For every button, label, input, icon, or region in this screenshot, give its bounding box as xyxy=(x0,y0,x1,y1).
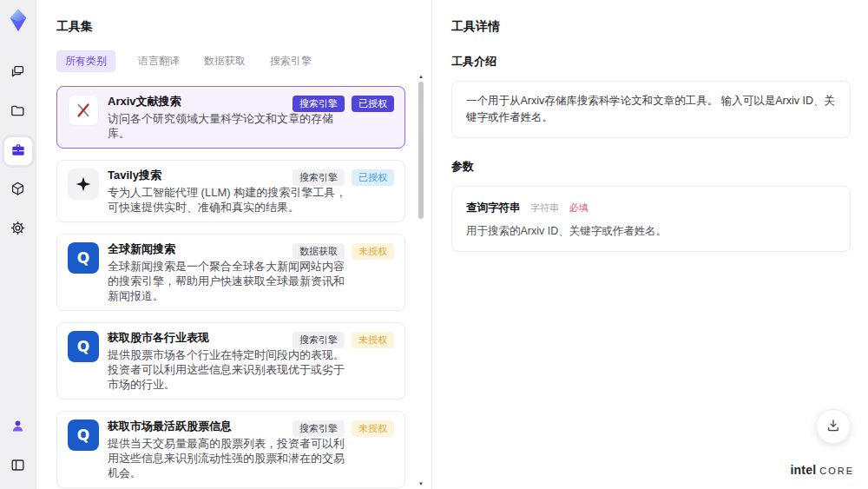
q-logo-icon: Q xyxy=(68,420,99,451)
page-title: 工具集 xyxy=(56,19,405,35)
sidebar-item-collapse[interactable] xyxy=(4,453,32,480)
category-badge: 搜索引擎 xyxy=(293,332,345,348)
q-logo-icon: Q xyxy=(68,331,99,362)
download-icon xyxy=(825,418,841,436)
tool-description: 提供当天交易量最高的股票列表，投资者可以利用这些信息来识别流动性强的股票和潜在的… xyxy=(108,436,351,480)
sidebar-item-chat[interactable] xyxy=(4,59,32,87)
tool-detail-panel: 工具详情 工具介绍 一个用于从Arxiv存储库搜索科学论文和文章的工具。 输入可… xyxy=(432,0,868,489)
tool-card-tavily[interactable]: Tavily搜索 专为人工智能代理 (LLM) 构建的搜索引擎工具，可快速提供实… xyxy=(56,160,405,222)
intel-core-logo: intel CORE xyxy=(790,463,854,477)
detail-title: 工具详情 xyxy=(451,19,851,35)
app-logo xyxy=(5,7,31,33)
user-icon xyxy=(10,418,26,437)
param-description: 用于搜索的Arxiv ID、关键字或作者姓名。 xyxy=(466,223,836,240)
tab-data-acquisition[interactable]: 数据获取 xyxy=(202,50,247,72)
param-card: 查询字符串 字符串 必填 用于搜索的Arxiv ID、关键字或作者姓名。 xyxy=(451,186,851,253)
param-required-badge: 必填 xyxy=(569,202,588,213)
tool-card-stock-sectors[interactable]: Q 获取股市各行业表现 提供股票市场各个行业在特定时间段内的表现。投资者可以利用… xyxy=(56,322,405,400)
left-sidebar xyxy=(0,0,36,489)
tab-all-categories[interactable]: 所有类别 xyxy=(56,50,115,72)
intro-heading: 工具介绍 xyxy=(451,54,851,69)
sidebar-item-profile[interactable] xyxy=(4,413,32,441)
folder-icon xyxy=(10,102,26,122)
briefcase-icon xyxy=(10,142,27,162)
auth-status-badge: 未授权 xyxy=(352,332,394,348)
tool-intro-card: 一个用于从Arxiv存储库搜索科学论文和文章的工具。 输入可以是Arxiv ID… xyxy=(451,81,851,138)
auth-status-badge: 未授权 xyxy=(352,243,394,260)
panel-toggle-icon xyxy=(10,457,26,476)
list-scrollbar[interactable]: ▲ ▼ xyxy=(417,73,425,487)
download-button[interactable] xyxy=(816,409,851,444)
category-badge: 搜索引擎 xyxy=(293,420,345,437)
tool-intro-text: 一个用于从Arxiv存储库搜索科学论文和文章的工具。 输入可以是Arxiv ID… xyxy=(466,95,835,123)
tool-description: 专为人工智能代理 (LLM) 构建的搜索引擎工具，可快速提供实时、准确和真实的结… xyxy=(108,185,351,215)
sidebar-item-tools[interactable] xyxy=(4,137,32,165)
tool-card-arxiv[interactable]: Arxiv文献搜索 访问各个研究领域大量科学论文和文章的存储库。 搜索引擎 已授… xyxy=(56,86,405,149)
tool-description: 提供股票市场各个行业在特定时间段内的表现。投资者可以利用这些信息来识别表现优于或… xyxy=(108,347,351,392)
param-type: 字符串 xyxy=(530,202,559,213)
arxiv-logo-icon xyxy=(68,95,99,126)
sidebar-item-settings[interactable] xyxy=(4,215,32,243)
tab-search-engine[interactable]: 搜索引擎 xyxy=(268,50,313,72)
auth-status-badge: 已授权 xyxy=(352,169,394,186)
gear-icon xyxy=(10,220,26,239)
scroll-down-arrow[interactable]: ▼ xyxy=(417,480,425,487)
category-badge: 数据获取 xyxy=(293,243,345,260)
tool-description: 全球新闻搜索是一个聚合全球各大新闻网站内容的搜索引擎，帮助用户快速获取全球最新资… xyxy=(108,259,351,303)
cube-icon xyxy=(10,181,26,200)
chat-icon xyxy=(10,63,26,83)
category-tabs: 所有类别 语言翻译 数据获取 搜索引擎 xyxy=(56,50,405,72)
tool-description: 访问各个研究领域大量科学论文和文章的存储库。 xyxy=(108,111,351,141)
intel-wordmark: intel xyxy=(790,463,816,477)
sidebar-item-files[interactable] xyxy=(4,98,32,126)
category-badge: 搜索引擎 xyxy=(293,169,345,186)
tool-card-global-news[interactable]: Q 全球新闻搜索 全球新闻搜索是一个聚合全球各大新闻网站内容的搜索引擎，帮助用户… xyxy=(56,234,405,311)
category-badge: 搜索引擎 xyxy=(293,96,345,112)
sidebar-item-models[interactable] xyxy=(4,176,32,204)
param-name: 查询字符串 xyxy=(466,202,521,214)
tool-list-panel: 工具集 所有类别 语言翻译 数据获取 搜索引擎 Arxiv文献搜索 访问各个研究… xyxy=(36,0,432,489)
core-wordmark: CORE xyxy=(819,466,854,476)
auth-status-badge: 未授权 xyxy=(352,420,394,437)
params-heading: 参数 xyxy=(451,159,851,175)
q-logo-icon: Q xyxy=(68,242,99,274)
tool-card-active-stocks[interactable]: Q 获取市场最活跃股票信息 提供当天交易量最高的股票列表，投资者可以利用这些信息… xyxy=(56,411,405,488)
four-point-star-icon xyxy=(68,169,99,200)
tool-list: Arxiv文献搜索 访问各个研究领域大量科学论文和文章的存储库。 搜索引擎 已授… xyxy=(56,86,405,489)
tab-language-translation[interactable]: 语言翻译 xyxy=(136,50,181,72)
auth-status-badge: 已授权 xyxy=(352,96,394,112)
scroll-up-arrow[interactable]: ▲ xyxy=(417,73,425,80)
scrollbar-thumb[interactable] xyxy=(418,82,424,219)
param-header: 查询字符串 字符串 必填 xyxy=(466,199,836,215)
